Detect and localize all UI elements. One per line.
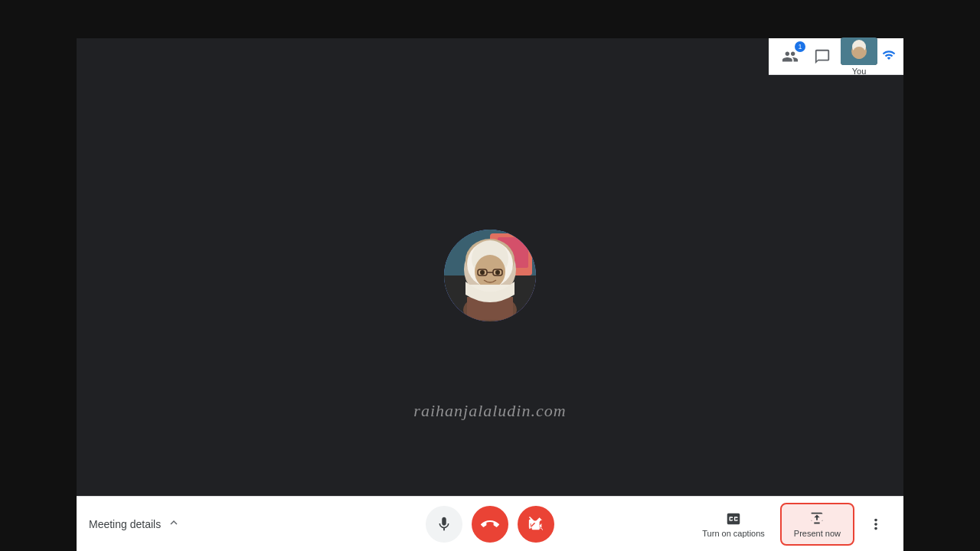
- participant-badge: 1: [795, 41, 805, 52]
- svg-point-12: [475, 255, 505, 289]
- svg-point-16: [480, 270, 485, 275]
- meeting-details[interactable]: Meeting details: [89, 516, 181, 533]
- participants-button[interactable]: 1: [776, 43, 804, 70]
- camera-off-icon: [528, 516, 544, 533]
- self-label: You: [852, 67, 867, 76]
- hangup-button[interactable]: [472, 506, 508, 543]
- watermark: raihanjalaludin.com: [413, 401, 566, 421]
- present-now-icon: [808, 510, 825, 527]
- captions-button[interactable]: Turn on captions: [693, 504, 774, 544]
- avatar: [444, 230, 536, 321]
- controls-right: Turn on captions Present now: [693, 503, 891, 546]
- hangup-icon: [481, 515, 499, 533]
- self-video: [841, 37, 877, 65]
- svg-point-17: [495, 270, 500, 275]
- self-video-container: You: [841, 37, 877, 76]
- present-now-label: Present now: [794, 529, 841, 538]
- chat-button[interactable]: [808, 43, 836, 70]
- more-options-icon: [867, 516, 884, 533]
- avatar-image: [444, 230, 536, 321]
- meeting-details-label: Meeting details: [89, 518, 161, 530]
- chevron-up-icon: [167, 516, 181, 533]
- chat-icon: [814, 48, 831, 65]
- video-area: raihanjalaludin.com: [77, 38, 903, 513]
- captions-label: Turn on captions: [702, 529, 765, 538]
- captions-icon: [725, 510, 742, 527]
- self-video-image: [841, 37, 877, 65]
- avatar-container: [444, 230, 536, 321]
- more-options-button[interactable]: [861, 509, 891, 540]
- camera-button[interactable]: [518, 506, 554, 543]
- controls-center: [426, 506, 554, 543]
- svg-point-21: [853, 47, 865, 59]
- bottom-bar: Meeting details: [77, 496, 903, 551]
- present-now-button[interactable]: Present now: [780, 503, 854, 546]
- mic-icon: [436, 516, 452, 533]
- signal-strength: [882, 48, 896, 65]
- top-right-panel: 1 You: [769, 38, 903, 75]
- microphone-button[interactable]: [426, 506, 462, 543]
